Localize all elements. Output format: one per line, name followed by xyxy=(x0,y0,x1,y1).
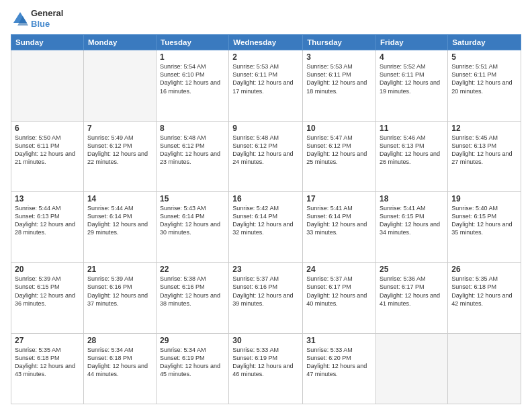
day-info: Sunrise: 5:43 AM Sunset: 6:14 PM Dayligh… xyxy=(160,204,225,237)
calendar-cell: 3Sunrise: 5:53 AM Sunset: 6:11 PM Daylig… xyxy=(303,50,376,121)
day-number: 22 xyxy=(160,265,225,274)
calendar-cell: 22Sunrise: 5:38 AM Sunset: 6:16 PM Dayli… xyxy=(157,263,229,333)
day-info: Sunrise: 5:37 AM Sunset: 6:17 PM Dayligh… xyxy=(306,275,372,308)
day-info: Sunrise: 5:53 AM Sunset: 6:11 PM Dayligh… xyxy=(232,62,299,95)
day-number: 11 xyxy=(380,124,444,133)
day-number: 3 xyxy=(306,52,372,62)
calendar-cell: 31Sunrise: 5:33 AM Sunset: 6:20 PM Dayli… xyxy=(303,333,376,404)
day-number: 29 xyxy=(160,336,225,345)
logo-text: GeneralBlue xyxy=(31,8,63,29)
day-info: Sunrise: 5:48 AM Sunset: 6:12 PM Dayligh… xyxy=(232,134,299,167)
day-number: 14 xyxy=(87,194,152,203)
weekday-header: Thursday xyxy=(303,35,376,50)
day-info: Sunrise: 5:52 AM Sunset: 6:11 PM Dayligh… xyxy=(380,62,444,95)
calendar-cell: 7Sunrise: 5:49 AM Sunset: 6:12 PM Daylig… xyxy=(83,121,156,191)
day-number: 15 xyxy=(160,194,225,203)
day-info: Sunrise: 5:50 AM Sunset: 6:11 PM Dayligh… xyxy=(15,134,80,167)
day-number: 30 xyxy=(232,336,299,345)
weekday-header: Saturday xyxy=(448,35,521,50)
calendar-cell: 16Sunrise: 5:42 AM Sunset: 6:14 PM Dayli… xyxy=(229,191,303,262)
day-number: 31 xyxy=(306,336,372,345)
day-number: 28 xyxy=(87,336,152,345)
weekday-header: Sunday xyxy=(11,35,84,50)
day-number: 7 xyxy=(87,124,152,133)
calendar-cell: 13Sunrise: 5:44 AM Sunset: 6:13 PM Dayli… xyxy=(11,191,84,262)
day-number: 8 xyxy=(160,124,225,133)
day-number: 23 xyxy=(232,265,299,274)
calendar-cell: 15Sunrise: 5:43 AM Sunset: 6:14 PM Dayli… xyxy=(157,191,229,262)
calendar-cell: 27Sunrise: 5:35 AM Sunset: 6:18 PM Dayli… xyxy=(11,333,84,404)
calendar-week-row: 20Sunrise: 5:39 AM Sunset: 6:15 PM Dayli… xyxy=(11,263,521,333)
day-info: Sunrise: 5:34 AM Sunset: 6:18 PM Dayligh… xyxy=(87,346,152,379)
day-info: Sunrise: 5:35 AM Sunset: 6:18 PM Dayligh… xyxy=(15,346,80,379)
calendar-cell: 11Sunrise: 5:46 AM Sunset: 6:13 PM Dayli… xyxy=(376,121,448,191)
weekday-header: Wednesday xyxy=(229,35,303,50)
day-number: 24 xyxy=(306,265,372,274)
calendar-header-row: SundayMondayTuesdayWednesdayThursdayFrid… xyxy=(11,35,521,50)
calendar-cell: 21Sunrise: 5:39 AM Sunset: 6:16 PM Dayli… xyxy=(83,263,156,333)
day-number: 10 xyxy=(306,124,372,133)
page: GeneralBlue SundayMondayTuesdayWednesday… xyxy=(0,0,532,411)
day-info: Sunrise: 5:54 AM Sunset: 6:10 PM Dayligh… xyxy=(160,62,225,95)
calendar-cell: 17Sunrise: 5:41 AM Sunset: 6:14 PM Dayli… xyxy=(303,191,376,262)
calendar-cell xyxy=(376,333,448,404)
day-number: 27 xyxy=(15,336,80,345)
header: GeneralBlue xyxy=(11,8,521,29)
day-info: Sunrise: 5:44 AM Sunset: 6:14 PM Dayligh… xyxy=(87,204,152,237)
calendar-cell: 19Sunrise: 5:40 AM Sunset: 6:15 PM Dayli… xyxy=(448,191,521,262)
calendar-cell: 8Sunrise: 5:48 AM Sunset: 6:12 PM Daylig… xyxy=(157,121,229,191)
day-info: Sunrise: 5:39 AM Sunset: 6:15 PM Dayligh… xyxy=(15,275,80,308)
day-info: Sunrise: 5:42 AM Sunset: 6:14 PM Dayligh… xyxy=(232,204,299,237)
day-info: Sunrise: 5:39 AM Sunset: 6:16 PM Dayligh… xyxy=(87,275,152,308)
calendar-cell: 28Sunrise: 5:34 AM Sunset: 6:18 PM Dayli… xyxy=(83,333,156,404)
day-number: 5 xyxy=(451,52,517,62)
calendar-cell: 9Sunrise: 5:48 AM Sunset: 6:12 PM Daylig… xyxy=(229,121,303,191)
calendar-cell: 20Sunrise: 5:39 AM Sunset: 6:15 PM Dayli… xyxy=(11,263,84,333)
day-info: Sunrise: 5:40 AM Sunset: 6:15 PM Dayligh… xyxy=(451,204,517,237)
day-number: 19 xyxy=(451,194,517,203)
day-info: Sunrise: 5:46 AM Sunset: 6:13 PM Dayligh… xyxy=(380,134,444,167)
day-info: Sunrise: 5:49 AM Sunset: 6:12 PM Dayligh… xyxy=(87,134,152,167)
calendar-cell xyxy=(11,50,84,121)
day-number: 6 xyxy=(15,124,80,133)
logo: GeneralBlue xyxy=(11,8,63,29)
day-info: Sunrise: 5:37 AM Sunset: 6:16 PM Dayligh… xyxy=(232,275,299,308)
calendar-cell: 29Sunrise: 5:34 AM Sunset: 6:19 PM Dayli… xyxy=(157,333,229,404)
calendar-cell: 25Sunrise: 5:36 AM Sunset: 6:17 PM Dayli… xyxy=(376,263,448,333)
day-info: Sunrise: 5:33 AM Sunset: 6:20 PM Dayligh… xyxy=(306,346,372,379)
weekday-header: Monday xyxy=(83,35,156,50)
day-number: 20 xyxy=(15,265,80,274)
weekday-header: Friday xyxy=(376,35,448,50)
calendar-cell: 12Sunrise: 5:45 AM Sunset: 6:13 PM Dayli… xyxy=(448,121,521,191)
day-number: 13 xyxy=(15,194,80,203)
day-number: 26 xyxy=(451,265,517,274)
calendar-cell: 2Sunrise: 5:53 AM Sunset: 6:11 PM Daylig… xyxy=(229,50,303,121)
calendar-cell: 10Sunrise: 5:47 AM Sunset: 6:12 PM Dayli… xyxy=(303,121,376,191)
calendar-cell: 18Sunrise: 5:41 AM Sunset: 6:15 PM Dayli… xyxy=(376,191,448,262)
calendar-cell xyxy=(448,333,521,404)
calendar-cell: 4Sunrise: 5:52 AM Sunset: 6:11 PM Daylig… xyxy=(376,50,448,121)
day-info: Sunrise: 5:41 AM Sunset: 6:14 PM Dayligh… xyxy=(306,204,372,237)
day-number: 2 xyxy=(232,52,299,62)
calendar-week-row: 6Sunrise: 5:50 AM Sunset: 6:11 PM Daylig… xyxy=(11,121,521,191)
day-number: 9 xyxy=(232,124,299,133)
calendar-week-row: 13Sunrise: 5:44 AM Sunset: 6:13 PM Dayli… xyxy=(11,191,521,262)
calendar-cell: 6Sunrise: 5:50 AM Sunset: 6:11 PM Daylig… xyxy=(11,121,84,191)
logo-icon xyxy=(11,9,30,28)
day-number: 18 xyxy=(380,194,444,203)
calendar-cell: 5Sunrise: 5:51 AM Sunset: 6:11 PM Daylig… xyxy=(448,50,521,121)
calendar-cell: 23Sunrise: 5:37 AM Sunset: 6:16 PM Dayli… xyxy=(229,263,303,333)
weekday-header: Tuesday xyxy=(157,35,229,50)
day-info: Sunrise: 5:47 AM Sunset: 6:12 PM Dayligh… xyxy=(306,134,372,167)
day-number: 1 xyxy=(160,52,225,62)
calendar-week-row: 1Sunrise: 5:54 AM Sunset: 6:10 PM Daylig… xyxy=(11,50,521,121)
day-info: Sunrise: 5:33 AM Sunset: 6:19 PM Dayligh… xyxy=(232,346,299,379)
day-number: 12 xyxy=(451,124,517,133)
day-info: Sunrise: 5:38 AM Sunset: 6:16 PM Dayligh… xyxy=(160,275,225,308)
calendar-cell: 26Sunrise: 5:35 AM Sunset: 6:18 PM Dayli… xyxy=(448,263,521,333)
calendar: SundayMondayTuesdayWednesdayThursdayFrid… xyxy=(11,34,521,404)
calendar-cell: 1Sunrise: 5:54 AM Sunset: 6:10 PM Daylig… xyxy=(157,50,229,121)
day-number: 21 xyxy=(87,265,152,274)
calendar-cell: 14Sunrise: 5:44 AM Sunset: 6:14 PM Dayli… xyxy=(83,191,156,262)
day-number: 16 xyxy=(232,194,299,203)
